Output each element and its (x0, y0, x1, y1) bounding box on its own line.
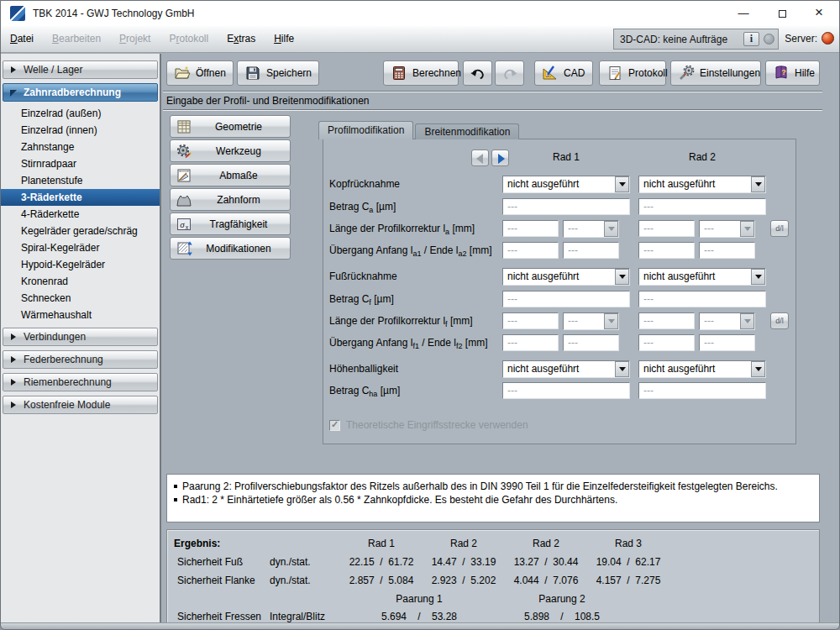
sidebar-section-label: Federberechnung (24, 354, 103, 365)
sidebar-item-stirnradpaar[interactable]: Stirnradpaar (1, 155, 160, 172)
results-pair-column-header: Paarung 1 (352, 593, 486, 605)
uebergang-la-rad1-end-input: --- (563, 242, 619, 259)
field-label-kopfruecknahme: Kopfrücknahme (329, 176, 400, 192)
laenge-la-rad2-value-input: --- (638, 220, 695, 237)
results-panel: Ergebnis: Rad 1Rad 2Rad 2Rad 3Sicherheit… (166, 529, 820, 624)
svg-text:x: x (186, 223, 189, 229)
length-diameter-toggle-button[interactable]: d/l (770, 312, 789, 329)
field-label-laenge-lf: Länge der Profilkorrektur lf [mm] (329, 312, 473, 329)
server-label: Server: (785, 33, 817, 45)
sidebar-item-waermehaushalt[interactable]: Wärmehaushalt (1, 307, 160, 323)
sidebar-section-federberechnung[interactable]: Federberechnung (3, 350, 158, 369)
modifikationen-button[interactable]: Modifikationen (170, 237, 291, 260)
results-value-cell: 4.044 / 7.076 (504, 575, 588, 586)
laenge-lf-rad1-mode-dropdown: --- (563, 312, 619, 330)
tragfaehigkeit-button[interactable]: σxTragfähigkeit (170, 213, 291, 235)
sidebar-item-kegelraeder-gerade-schraeg[interactable]: Kegelräder gerade/schräg (1, 223, 160, 239)
field-label-betrag-cha: Betrag Cha [µm] (329, 382, 400, 399)
fussruecknahme-rad1-dropdown[interactable]: nicht ausgeführt (502, 268, 630, 286)
zahnform-button[interactable]: Zahnform (170, 188, 291, 211)
werkzeug-button[interactable]: Werkzeug (170, 139, 291, 162)
sidebar-section-zahnradberechnung[interactable]: Zahnradberechnung (3, 83, 158, 102)
sidebar-section-welle-lager[interactable]: Welle / Lager (3, 60, 158, 79)
tab-profilmodifikation[interactable]: Profilmodifikation (318, 121, 413, 139)
menu-item-extras[interactable]: Extras (218, 26, 265, 51)
toolbar-button-label: Berechnen (412, 67, 461, 79)
menu-item-protokoll: Protokoll (160, 26, 218, 51)
side-button-label: Abmaße (192, 170, 285, 181)
page-title: Eingabe der Profil- und Breitenmodifikat… (166, 95, 369, 107)
results-value-cell: 5.898 / 108.5 (495, 611, 629, 622)
server-status-indicator (822, 32, 834, 45)
save-icon (244, 65, 261, 81)
sidebar-item-einzelrad-aussen[interactable]: Einzelrad (außen) (1, 105, 160, 122)
triangle-collapsed-icon (11, 402, 16, 408)
sidebar-item-planetenstufe[interactable]: Planetenstufe (1, 172, 160, 189)
close-button[interactable]: × (801, 1, 837, 26)
info-button[interactable]: i (743, 32, 759, 46)
length-diameter-toggle-button[interactable]: d/l (770, 220, 789, 237)
results-value-cell: 13.27 / 30.44 (504, 556, 588, 568)
field-label-betrag-cf: Betrag Cf [µm] (329, 291, 394, 307)
warning-message: Rad1: 2 * Einhärtetiefe größer als 0.56 … (174, 493, 812, 507)
results-value-cell: 2.857 / 5.084 (339, 575, 423, 586)
toolbar-calculate-button[interactable]: Berechnen (383, 60, 459, 86)
betrag-cf-rad2-input: --- (638, 291, 766, 307)
kopfruecknahme-rad1-dropdown[interactable]: nicht ausgeführt (502, 176, 630, 193)
sidebar-item-hypoid-kegelraeder[interactable]: Hypoid-Kegelräder (1, 256, 160, 273)
betrag-ca-rad1-input: --- (502, 198, 630, 215)
sidebar-section-verbindungen[interactable]: Verbindungen (3, 328, 158, 346)
side-button-label: Werkzeug (192, 145, 285, 157)
sidebar-item-3-raederkette[interactable]: 3-Räderkette (1, 189, 160, 206)
results-title: Ergebnis: (174, 538, 220, 549)
sidebar-item-schnecken[interactable]: Schnecken (1, 290, 160, 307)
maximize-button[interactable] (764, 1, 801, 26)
sidebar-item-zahnstange[interactable]: Zahnstange (1, 139, 160, 155)
hoehenballigkeit-rad1-dropdown[interactable]: nicht ausgeführt (502, 360, 630, 378)
abmasse-button[interactable]: Abmaße (170, 164, 291, 186)
application-window: TBK 2014 - GWJ Technology GmbH — × Datei… (0, 0, 840, 630)
hoehenballigkeit-rad2-dropdown[interactable]: nicht ausgeführt (638, 360, 766, 378)
warning-message: Paarung 2: Profilverschiebungsfaktor des… (174, 480, 812, 493)
fussruecknahme-rad2-dropdown[interactable]: nicht ausgeführt (638, 268, 766, 286)
minimize-button[interactable]: — (725, 1, 762, 26)
toolbar-help-button[interactable]: ?Hilfe (765, 60, 820, 86)
sidebar-section-riemenberechnung[interactable]: Riemenberechnung (3, 373, 158, 391)
toolbar-cad-button[interactable]: CAD (534, 60, 593, 86)
toolbar-protocol-button[interactable]: Protokoll (599, 60, 666, 86)
bullet-icon (174, 498, 177, 501)
menu-item-datei[interactable]: Datei (1, 26, 43, 51)
side-button-label: Zahnform (192, 194, 285, 206)
geometrie-button[interactable]: Geometrie (170, 115, 291, 138)
maximize-icon (779, 10, 786, 18)
tab-breitenmodifikation[interactable]: Breitenmodifikation (415, 123, 519, 139)
sidebar-item-kronenrad[interactable]: Kronenrad (1, 273, 160, 290)
navigation-sidebar: Welle / LagerZahnradberechnungEinzelrad … (1, 54, 161, 622)
sidebar-item-4-raederkette[interactable]: 4-Räderkette (1, 206, 160, 223)
cad-status-text: 3D-CAD: keine Aufträge (620, 34, 727, 45)
field-label-laenge-la: Länge der Profilkorrektur la [mm] (329, 220, 475, 237)
kopfruecknahme-rad2-dropdown[interactable]: nicht ausgeführt (638, 176, 766, 193)
sidebar-section-label: Welle / Lager (24, 64, 82, 76)
sidebar-section-kostenfreie-module[interactable]: Kostenfreie Module (3, 396, 158, 414)
menu-item-hilfe[interactable]: Hilfe (265, 26, 303, 51)
toolbar-settings-button[interactable]: Einstellungen (670, 60, 761, 86)
results-wheel-column-header: Rad 1 (339, 538, 423, 549)
toolbar-open-button[interactable]: Öffnen (166, 60, 234, 86)
calculator-icon (391, 65, 407, 81)
uebergang-la-rad2-end-input: --- (699, 242, 755, 259)
toolbar-save-button[interactable]: Speichern (237, 60, 319, 86)
help-icon: ? (773, 65, 790, 81)
sidebar-item-spiral-kegelraeder[interactable]: Spiral-Kegelräder (1, 239, 160, 256)
chevron-down-icon (615, 176, 629, 192)
toolbar-undo-button[interactable] (463, 60, 492, 86)
laenge-la-rad1-value-input: --- (502, 220, 559, 237)
sidebar-item-einzelrad-innen[interactable]: Einzelrad (innen) (1, 122, 160, 139)
separator-line (163, 91, 822, 92)
results-row-label: Sicherheit Flanke (177, 575, 255, 586)
toolbar-button-label: Speichern (266, 67, 312, 79)
sidebar-section-label: Verbindungen (24, 331, 86, 343)
bullet-icon (174, 485, 177, 488)
field-label-hoehenballigkeit: Höhenballigkeit (329, 360, 398, 377)
theoretical-contact-path-option: Theoretische Eingriffsstrecke verwenden (329, 418, 528, 432)
